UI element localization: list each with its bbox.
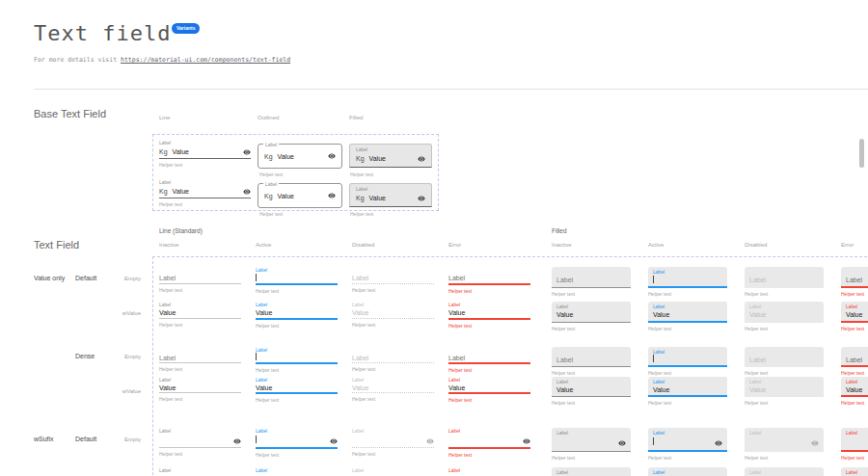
text-field-filled-active-row2[interactable]: LabelValueHelper text <box>648 302 727 331</box>
visibility-icon[interactable] <box>618 439 626 447</box>
text-field-filled-inactive-row1[interactable]: LabelHelper text <box>552 267 631 297</box>
visibility-icon[interactable] <box>418 195 425 202</box>
visibility-icon[interactable] <box>330 437 338 445</box>
text-field-filled-disabled-row5[interactable]: LabelHelper text <box>745 428 824 461</box>
visibility-icon[interactable] <box>523 437 530 445</box>
prefix-text: Kg <box>159 148 168 155</box>
text-field-line-inactive-row4[interactable]: LabelValueHelper text <box>159 377 241 402</box>
base-field-outlined[interactable]: LabelKgValueHelper text <box>258 183 342 208</box>
value-text: Value <box>369 155 386 162</box>
text-field-line-disabled-row6[interactable]: LabelValueHelper text <box>352 467 434 476</box>
field-box: Label <box>648 428 727 452</box>
field-value-row: Label <box>352 274 434 283</box>
text-field-filled-error-row3[interactable]: LabelHelper text <box>841 347 868 376</box>
text-field-line-active-row6[interactable]: LabelValueHelper text <box>256 467 338 476</box>
field-helper-text: Helper text <box>745 455 824 461</box>
base-field-outlined[interactable]: LabelKgValueHelper text <box>258 144 342 169</box>
text-field-filled-inactive-row5[interactable]: LabelHelper text <box>552 428 631 461</box>
row-fill-label: Empty <box>112 276 141 281</box>
visibility-icon[interactable] <box>811 439 819 447</box>
text-field-line-disabled-row1[interactable]: LabelHelper text <box>352 267 434 293</box>
field-label: Label <box>653 349 722 356</box>
text-field-filled-error-row4[interactable]: LabelValueHelper text <box>841 377 868 406</box>
text-field-filled-disabled-row2[interactable]: LabelValueHelper text <box>745 302 824 331</box>
field-helper-text: Helper text <box>352 322 434 328</box>
text-field-filled-active-row6[interactable]: LabelValueHelper text <box>648 467 727 476</box>
text-field-filled-error-row6[interactable]: LabelValueHelper text <box>841 467 868 476</box>
text-field-filled-inactive-row3[interactable]: LabelHelper text <box>552 347 631 376</box>
text-field-filled-error-row5[interactable]: LabelHelper text <box>841 428 868 461</box>
field-value-text: Label <box>159 354 176 363</box>
text-field-filled-active-row4[interactable]: LabelValueHelper text <box>648 377 727 406</box>
scrollbar-thumb[interactable] <box>859 139 864 168</box>
field-box: Label <box>745 347 824 367</box>
text-field-filled-disabled-row3[interactable]: LabelHelper text <box>745 347 824 376</box>
visibility-icon[interactable] <box>418 155 425 163</box>
text-field-line-error-row2[interactable]: LabelValueHelper text <box>448 302 530 329</box>
base-field-line[interactable]: LabelKgValueHelper text <box>159 179 251 207</box>
field-underline <box>159 447 241 448</box>
text-field-filled-active-row1[interactable]: LabelHelper text <box>648 267 727 297</box>
base-field-filled[interactable]: LabelKgValue <box>349 144 432 168</box>
text-field-line-inactive-row2[interactable]: LabelValueHelper text <box>159 302 241 328</box>
field-box: Label <box>552 428 631 452</box>
text-field-line-error-row6[interactable]: LabelValueHelper text <box>448 467 530 476</box>
text-field-line-active-row2[interactable]: LabelValueHelper text <box>256 302 338 329</box>
field-label: Label <box>448 302 530 308</box>
visibility-icon[interactable] <box>243 188 251 196</box>
text-field-line-active-row5[interactable]: LabelHelper text <box>256 428 338 458</box>
text-field-filled-inactive-row4[interactable]: LabelValueHelper text <box>552 377 631 406</box>
field-value-text: KgValue <box>356 154 386 164</box>
row-variant-label: Default <box>75 436 96 442</box>
text-field-line-error-row3[interactable]: LabelHelper text <box>448 347 530 373</box>
visibility-icon[interactable] <box>426 437 434 445</box>
text-field-line-error-row1[interactable]: LabelHelper text <box>448 267 530 294</box>
text-field-line-inactive-row1[interactable]: LabelHelper text <box>159 267 241 293</box>
field-helper-text: Helper text <box>552 370 631 376</box>
text-field-filled-disabled-row1[interactable]: LabelHelper text <box>745 267 824 297</box>
field-box: LabelValue <box>552 467 631 476</box>
field-label: Label <box>556 469 626 476</box>
text-field-filled-disabled-row4[interactable]: LabelValueHelper text <box>745 377 824 406</box>
visibility-icon[interactable] <box>328 192 336 199</box>
text-field-line-disabled-row5[interactable]: LabelHelper text <box>352 428 434 457</box>
text-field-line-active-row3[interactable]: LabelHelper text <box>256 347 338 373</box>
text-field-filled-error-row2[interactable]: LabelValueHelper text <box>841 302 868 331</box>
base-field-line[interactable]: LabelKgValueHelper text <box>159 140 251 168</box>
docs-link[interactable]: https://material-ui.com/components/text-… <box>121 56 290 64</box>
text-field-filled-error-row1[interactable]: LabelHelper text <box>841 267 868 297</box>
text-field-line-error-row4[interactable]: LabelValueHelper text <box>448 377 530 403</box>
text-field-line-active-row4[interactable]: LabelValueHelper text <box>256 377 338 403</box>
state-header-error: Error <box>841 242 854 248</box>
field-value-row: Value <box>448 308 530 318</box>
text-field-filled-active-row5[interactable]: LabelHelper text <box>648 428 727 461</box>
field-underline <box>352 283 434 284</box>
field-helper-text: Helper text <box>648 400 727 406</box>
text-field-line-disabled-row4[interactable]: LabelValueHelper text <box>352 377 434 402</box>
visibility-icon[interactable] <box>328 152 336 160</box>
text-field-line-inactive-row6[interactable]: LabelValueHelper text <box>159 467 241 476</box>
row-variant-label: Default <box>75 275 96 281</box>
text-field-filled-disabled-row6[interactable]: LabelValueHelper text <box>745 467 824 476</box>
text-field-filled-inactive-row2[interactable]: LabelValueHelper text <box>552 302 631 331</box>
text-field-filled-inactive-row6[interactable]: LabelValueHelper text <box>552 467 631 476</box>
field-helper-text: Helper text <box>256 452 338 458</box>
text-field-line-inactive-row5[interactable]: LabelHelper text <box>159 428 241 457</box>
text-field-line-disabled-row2[interactable]: LabelValueHelper text <box>352 302 434 328</box>
text-field-line-error-row5[interactable]: LabelHelper text <box>448 428 530 458</box>
text-field-line-disabled-row3[interactable]: LabelHelper text <box>352 347 434 372</box>
visibility-icon[interactable] <box>715 439 722 447</box>
field-value-text: Value <box>352 383 368 393</box>
text-field-filled-active-row3[interactable]: LabelHelper text <box>648 347 727 376</box>
visibility-icon[interactable] <box>243 148 251 156</box>
field-value-text: Value <box>556 385 573 395</box>
row-fill-label: Empty <box>112 354 141 359</box>
field-value-row: Value <box>846 310 868 320</box>
base-field-filled[interactable]: LabelKgValue <box>349 183 432 207</box>
text-field-line-inactive-row3[interactable]: LabelHelper text <box>159 347 241 372</box>
field-box: Label <box>841 347 868 367</box>
visibility-icon[interactable] <box>233 437 241 445</box>
prefix-text: Kg <box>356 155 365 162</box>
field-label: Label <box>653 304 722 310</box>
text-field-line-active-row1[interactable]: LabelHelper text <box>256 267 338 294</box>
